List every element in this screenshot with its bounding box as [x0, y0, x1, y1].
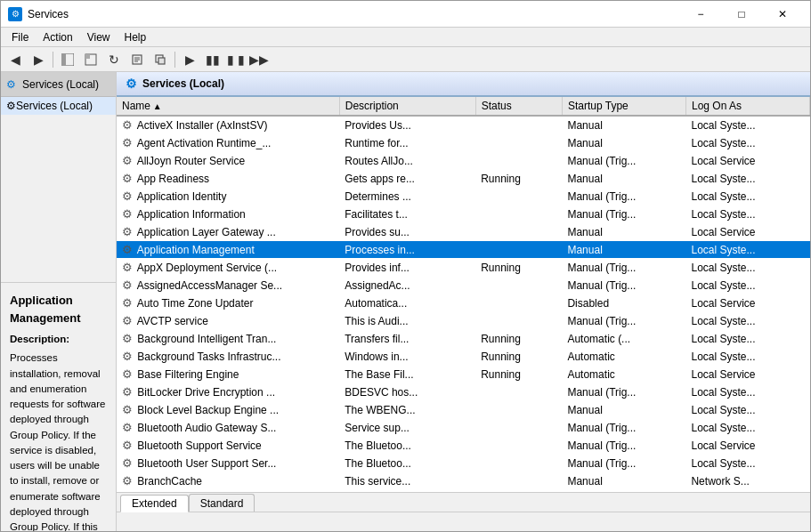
- table-row[interactable]: ⚙ AssignedAccessManager Se...AssignedAc.…: [117, 277, 810, 294]
- service-desc-cell: The Bluetoo...: [339, 455, 475, 472]
- service-startup-cell: Manual: [562, 170, 685, 188]
- col-header-logon[interactable]: Log On As: [685, 97, 809, 116]
- forward-button[interactable]: ▶: [28, 50, 49, 69]
- service-startup-cell: Disabled: [562, 294, 685, 312]
- service-startup-cell: Manual: [562, 401, 685, 419]
- menu-action[interactable]: Action: [36, 29, 79, 45]
- service-icon: ⚙: [122, 314, 134, 326]
- description-area: Application Management Description: Proc…: [1, 282, 116, 531]
- col-header-desc[interactable]: Description: [339, 97, 475, 116]
- start-service-button[interactable]: ▶: [179, 50, 200, 69]
- service-status-cell: Running: [475, 330, 562, 348]
- col-header-status[interactable]: Status: [475, 97, 562, 116]
- service-name-cell: ⚙ BitLocker Drive Encryption ...: [117, 383, 339, 401]
- tab-standard[interactable]: Standard: [189, 494, 255, 512]
- tree-item-services-local[interactable]: ⚙ Services (Local): [1, 97, 116, 115]
- maximize-button[interactable]: □: [721, 1, 762, 28]
- table-row[interactable]: ⚙ AppX Deployment Service (...Provides i…: [117, 259, 810, 277]
- table-row[interactable]: ⚙ Background Intelligent Tran...Transfer…: [117, 330, 810, 348]
- refresh-button[interactable]: ↻: [103, 50, 125, 69]
- service-icon: ⚙: [122, 439, 134, 451]
- menu-file[interactable]: File: [4, 29, 36, 45]
- restart-service-button[interactable]: ▶▶: [248, 50, 270, 69]
- service-status-cell: [475, 134, 562, 152]
- separator-1: [53, 52, 53, 68]
- left-panel-tree[interactable]: ⚙ Services (Local): [1, 97, 116, 282]
- service-logon-cell: Local Syste...: [685, 330, 809, 348]
- table-row[interactable]: ⚙ Agent Activation Runtime_...Runtime fo…: [117, 134, 810, 152]
- service-desc-cell: AssignedAc...: [339, 277, 475, 294]
- service-status-cell: [475, 116, 562, 134]
- pause-service-button[interactable]: ▮ ▮: [225, 50, 247, 69]
- service-desc-cell: Provides Us...: [339, 116, 475, 134]
- table-row[interactable]: ⚙ BranchCacheThis service...ManualNetwor…: [117, 472, 810, 490]
- service-desc-cell: Provides inf...: [339, 259, 475, 277]
- svg-rect-3: [85, 54, 90, 59]
- menu-help[interactable]: Help: [118, 29, 154, 45]
- service-icon: ⚙: [122, 421, 134, 433]
- service-name-cell: ⚙ AppX Deployment Service (...: [117, 259, 339, 277]
- close-button[interactable]: ✕: [762, 1, 803, 28]
- table-row[interactable]: ⚙ Application IdentityDetermines ...Manu…: [117, 188, 810, 206]
- service-logon-cell: Local Syste...: [685, 312, 809, 330]
- left-panel: ⚙ Services (Local) ⚙ Services (Local) Ap…: [1, 72, 117, 531]
- table-row[interactable]: ⚙ Auto Time Zone UpdaterAutomatica...Dis…: [117, 294, 810, 312]
- service-icon: ⚙: [122, 136, 134, 149]
- desc-service-name: Application Management: [10, 292, 107, 326]
- service-desc-cell: Runtime for...: [339, 134, 475, 152]
- table-row[interactable]: ⚙ App ReadinessGets apps re...RunningMan…: [117, 170, 810, 188]
- table-row[interactable]: ⚙ Application Layer Gateway ...Provides …: [117, 223, 810, 241]
- properties-button[interactable]: [126, 50, 148, 69]
- service-name-cell: ⚙ Background Tasks Infrastruc...: [117, 348, 339, 366]
- service-desc-cell: Automatica...: [339, 294, 475, 312]
- service-desc-cell: Routes AllJo...: [339, 152, 475, 170]
- table-row[interactable]: ⚙ Bluetooth User Support Ser...The Bluet…: [117, 455, 810, 472]
- right-panel: ⚙ Services (Local) Name Descri: [117, 72, 810, 531]
- service-status-cell: [475, 401, 562, 419]
- table-row[interactable]: ⚙ Block Level Backup Engine ...The WBENG…: [117, 401, 810, 419]
- service-status-cell: [475, 294, 562, 312]
- service-status-cell: [475, 277, 562, 294]
- table-row[interactable]: ⚙ Background Tasks Infrastruc...Windows …: [117, 348, 810, 366]
- table-row[interactable]: ⚙ Bluetooth Audio Gateway S...Service su…: [117, 419, 810, 437]
- service-logon-cell: Local Syste...: [685, 401, 809, 419]
- service-status-cell: Running: [475, 259, 562, 277]
- service-logon-cell: Local Service: [685, 366, 809, 383]
- new-window-button[interactable]: [150, 50, 171, 69]
- table-row[interactable]: ⚙ AllJoyn Router ServiceRoutes AllJo...M…: [117, 152, 810, 170]
- service-icon: ⚙: [122, 207, 134, 220]
- menu-bar: File Action View Help: [1, 28, 810, 47]
- service-logon-cell: Local Service: [685, 294, 809, 312]
- service-name-cell: ⚙ ActiveX Installer (AxInstSV): [117, 116, 339, 134]
- service-desc-cell: Facilitates t...: [339, 206, 475, 223]
- stop-service-button[interactable]: ▮▮: [202, 50, 223, 69]
- service-logon-cell: Local Syste...: [685, 188, 809, 206]
- menu-view[interactable]: View: [80, 29, 118, 45]
- table-row[interactable]: ⚙ AVCTP serviceThis is Audi...Manual (Tr…: [117, 312, 810, 330]
- scope-button[interactable]: [80, 50, 101, 69]
- show-hide-button[interactable]: [57, 50, 78, 69]
- service-icon: ⚙: [122, 385, 134, 398]
- col-header-name[interactable]: Name: [117, 97, 339, 116]
- tab-extended[interactable]: Extended: [120, 495, 189, 512]
- table-row[interactable]: ⚙ Bluetooth Support ServiceThe Bluetoo..…: [117, 437, 810, 455]
- service-startup-cell: Manual: [562, 241, 685, 259]
- service-desc-cell: Processes in...: [339, 241, 475, 259]
- service-logon-cell: Local Syste...: [685, 277, 809, 294]
- service-name-cell: ⚙ Agent Activation Runtime_...: [117, 134, 339, 152]
- service-startup-cell: Manual (Trig...: [562, 312, 685, 330]
- window-controls: − □ ✕: [680, 1, 803, 28]
- table-row[interactable]: ⚙ Application ManagementProcesses in...M…: [117, 241, 810, 259]
- table-row[interactable]: ⚙ Base Filtering EngineThe Base Fil...Ru…: [117, 366, 810, 383]
- service-desc-cell: Determines ...: [339, 188, 475, 206]
- minimize-button[interactable]: −: [680, 1, 721, 28]
- col-header-startup[interactable]: Startup Type: [562, 97, 685, 116]
- table-row[interactable]: ⚙ BitLocker Drive Encryption ...BDESVC h…: [117, 383, 810, 401]
- service-icon: ⚙: [122, 296, 134, 309]
- services-table-wrapper[interactable]: Name Description Status Startup Type Log…: [117, 97, 810, 492]
- table-row[interactable]: ⚙ Application InformationFacilitates t..…: [117, 206, 810, 223]
- back-button[interactable]: ◀: [4, 50, 26, 69]
- service-desc-cell: The Bluetoo...: [339, 437, 475, 455]
- service-startup-cell: Automatic: [562, 366, 685, 383]
- table-row[interactable]: ⚙ ActiveX Installer (AxInstSV)Provides U…: [117, 116, 810, 134]
